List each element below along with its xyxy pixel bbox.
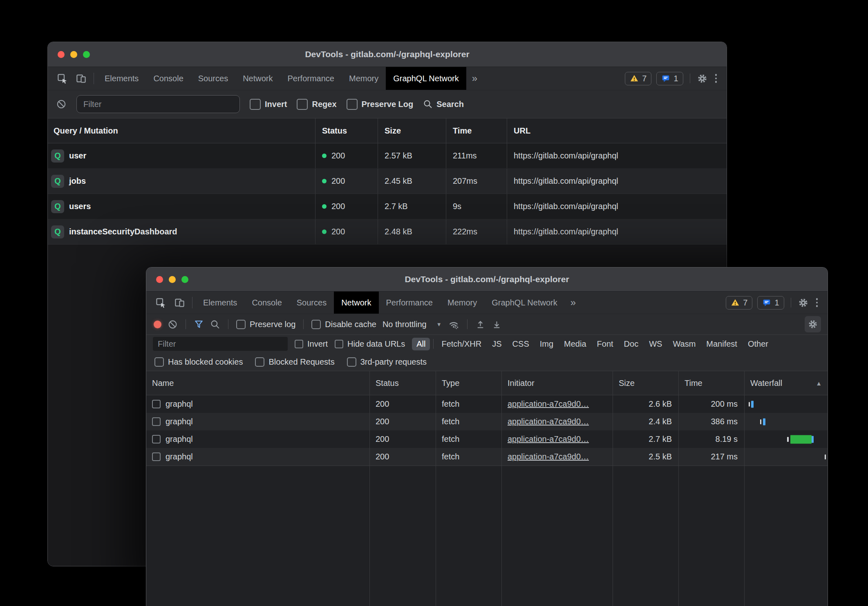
- third-party-requests-checkbox[interactable]: 3rd-party requests: [347, 357, 427, 367]
- initiator-link[interactable]: application-a7ca9d0…: [508, 417, 589, 426]
- request-row[interactable]: graphql 200 fetch application-a7ca9d0… 2…: [146, 430, 828, 448]
- tab-console[interactable]: Console: [244, 292, 289, 314]
- column-initiator[interactable]: Initiator: [501, 371, 613, 395]
- chip-all[interactable]: All: [412, 338, 430, 350]
- network-settings-button[interactable]: [805, 316, 821, 332]
- close-button[interactable]: [156, 276, 163, 283]
- clear-icon[interactable]: [168, 319, 178, 330]
- inspect-element-button[interactable]: [151, 292, 170, 314]
- titlebar[interactable]: DevTools - gitlab.com/-/graphql-explorer: [48, 42, 727, 67]
- disable-cache-checkbox[interactable]: Disable cache: [311, 320, 376, 329]
- import-har-button[interactable]: [475, 319, 485, 330]
- filter-toggle-button[interactable]: [194, 319, 204, 330]
- filter-input[interactable]: [153, 337, 288, 351]
- issues-badge[interactable]: 1: [656, 72, 683, 85]
- search-control[interactable]: Search: [423, 99, 464, 109]
- chip-ws[interactable]: WS: [644, 338, 667, 350]
- checkbox[interactable]: [295, 340, 303, 348]
- tab-performance[interactable]: Performance: [280, 67, 342, 90]
- query-row[interactable]: Qusers 200 2.7 kB 9s https://gitlab.com/…: [48, 194, 727, 219]
- checkbox[interactable]: [335, 340, 343, 348]
- has-blocked-cookies-checkbox[interactable]: Has blocked cookies: [154, 357, 243, 367]
- checkbox[interactable]: [255, 357, 264, 367]
- inspect-element-button[interactable]: [53, 67, 72, 90]
- chip-wasm[interactable]: Wasm: [668, 338, 700, 350]
- settings-button[interactable]: [697, 73, 708, 84]
- tab-memory[interactable]: Memory: [440, 292, 484, 314]
- record-button[interactable]: [154, 321, 161, 328]
- invert-checkbox[interactable]: Invert: [295, 339, 328, 349]
- network-conditions-button[interactable]: [448, 319, 459, 330]
- tab-network[interactable]: Network: [235, 67, 280, 90]
- titlebar[interactable]: DevTools - gitlab.com/-/graphql-explorer: [146, 267, 828, 292]
- tab-console[interactable]: Console: [146, 67, 190, 90]
- more-options-button[interactable]: [713, 74, 720, 83]
- warnings-badge[interactable]: 7: [726, 296, 752, 310]
- hide-data-urls-checkbox[interactable]: Hide data URLs: [335, 339, 405, 349]
- request-row[interactable]: graphql 200 fetch application-a7ca9d0… 2…: [146, 413, 828, 430]
- column-time[interactable]: Time: [678, 371, 744, 395]
- invert-checkbox[interactable]: Invert: [250, 99, 287, 110]
- zoom-button[interactable]: [181, 276, 188, 283]
- checkbox[interactable]: [154, 357, 164, 367]
- checkbox[interactable]: [250, 99, 261, 110]
- initiator-link[interactable]: application-a7ca9d0…: [508, 399, 589, 409]
- chip-manifest[interactable]: Manifest: [702, 338, 742, 350]
- more-options-button[interactable]: [814, 298, 821, 307]
- tab-graphql-network[interactable]: GraphQL Network: [386, 67, 466, 90]
- tab-elements[interactable]: Elements: [97, 67, 146, 90]
- chip-js[interactable]: JS: [488, 338, 506, 350]
- checkbox[interactable]: [347, 99, 358, 110]
- more-tabs-button[interactable]: »: [466, 67, 483, 90]
- tab-graphql-network[interactable]: GraphQL Network: [484, 292, 564, 314]
- initiator-link[interactable]: application-a7ca9d0…: [508, 434, 589, 444]
- chip-doc[interactable]: Doc: [620, 338, 643, 350]
- column-name[interactable]: Name: [146, 371, 369, 395]
- minimize-button[interactable]: [169, 276, 176, 283]
- chip-fetch-xhr[interactable]: Fetch/XHR: [437, 338, 486, 350]
- checkbox[interactable]: [236, 320, 246, 329]
- chip-css[interactable]: CSS: [508, 338, 534, 350]
- row-checkbox[interactable]: [152, 417, 161, 426]
- request-row[interactable]: graphql 200 fetch application-a7ca9d0… 2…: [146, 448, 828, 466]
- filter-input[interactable]: [76, 95, 240, 113]
- clear-icon[interactable]: [56, 99, 67, 109]
- more-tabs-button[interactable]: »: [565, 292, 582, 314]
- tab-network[interactable]: Network: [334, 292, 378, 314]
- search-button[interactable]: [210, 319, 220, 330]
- checkbox[interactable]: [347, 357, 356, 367]
- chip-media[interactable]: Media: [559, 338, 591, 350]
- checkbox[interactable]: [311, 320, 321, 329]
- issues-badge[interactable]: 1: [757, 296, 784, 310]
- tab-memory[interactable]: Memory: [342, 67, 386, 90]
- preserve-log-checkbox[interactable]: Preserve log: [236, 320, 295, 329]
- row-checkbox[interactable]: [152, 435, 161, 443]
- close-button[interactable]: [58, 51, 65, 58]
- minimize-button[interactable]: [70, 51, 77, 58]
- column-status[interactable]: Status: [369, 371, 436, 395]
- tab-elements[interactable]: Elements: [196, 292, 244, 314]
- query-row[interactable]: Qjobs 200 2.45 kB 207ms https://gitlab.c…: [48, 169, 727, 194]
- tab-sources[interactable]: Sources: [289, 292, 334, 314]
- device-toolbar-button[interactable]: [170, 292, 189, 314]
- checkbox[interactable]: [297, 99, 308, 110]
- warnings-badge[interactable]: 7: [625, 72, 651, 85]
- column-waterfall[interactable]: Waterfall ▲: [744, 371, 828, 395]
- zoom-button[interactable]: [83, 51, 90, 58]
- device-toolbar-button[interactable]: [72, 67, 90, 90]
- chip-other[interactable]: Other: [743, 338, 773, 350]
- chip-font[interactable]: Font: [593, 338, 618, 350]
- row-checkbox[interactable]: [152, 452, 161, 461]
- request-row[interactable]: graphql 200 fetch application-a7ca9d0… 2…: [146, 395, 828, 413]
- column-type[interactable]: Type: [436, 371, 501, 395]
- row-checkbox[interactable]: [152, 400, 161, 408]
- query-row[interactable]: Quser 200 2.57 kB 211ms https://gitlab.c…: [48, 143, 727, 169]
- initiator-link[interactable]: application-a7ca9d0…: [508, 452, 589, 461]
- regex-checkbox[interactable]: Regex: [297, 99, 336, 110]
- column-size[interactable]: Size: [613, 371, 678, 395]
- chip-img[interactable]: Img: [535, 338, 558, 350]
- preserve-log-checkbox[interactable]: Preserve Log: [347, 99, 414, 110]
- tab-performance[interactable]: Performance: [379, 292, 441, 314]
- export-har-button[interactable]: [492, 319, 502, 330]
- blocked-requests-checkbox[interactable]: Blocked Requests: [255, 357, 334, 367]
